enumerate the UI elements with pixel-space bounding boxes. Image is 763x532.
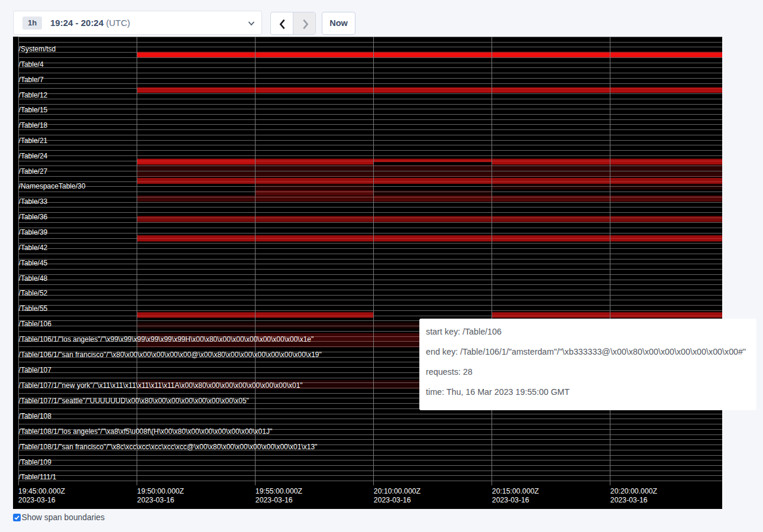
svg-text:/Table/109: /Table/109 [18,458,51,466]
svg-text:/Table/36: /Table/36 [18,213,47,221]
svg-text:/Table/15: /Table/15 [18,106,47,114]
svg-text:/Table/21: /Table/21 [18,137,47,145]
svg-text:/Table/107/1/"seattle"/"UUUUUU: /Table/107/1/"seattle"/"UUUUUUD\x00\x80\… [18,397,248,405]
svg-text:/Table/107: /Table/107 [18,366,51,374]
svg-text:/Table/108: /Table/108 [18,412,51,420]
svg-text:/Table/39: /Table/39 [18,228,47,236]
svg-text:19:45:00.000Z: 19:45:00.000Z [18,487,65,495]
svg-text:19:50:00.000Z: 19:50:00.000Z [137,487,184,495]
svg-text:/Table/12: /Table/12 [18,91,47,99]
svg-text:/Table/7: /Table/7 [18,76,43,84]
svg-text:/Table/108/1/"los angeles"/"\x: /Table/108/1/"los angeles"/"\xa8\xf5\u00… [18,427,272,436]
svg-text:/Table/55: /Table/55 [18,304,47,313]
svg-text:/Table/18: /Table/18 [18,121,47,129]
svg-text:/Table/106/1/"san francisco"/": /Table/106/1/"san francisco"/"\x80\x00\x… [18,351,321,359]
svg-text:2023-03-16: 2023-03-16 [137,496,174,504]
svg-text:2023-03-16: 2023-03-16 [255,496,292,504]
svg-text:19:55:00.000Z: 19:55:00.000Z [255,487,302,495]
svg-text:20:15:00.000Z: 20:15:00.000Z [492,487,539,495]
svg-text:/Table/108/1/"san francisco"/": /Table/108/1/"san francisco"/"\x8c\xcc\x… [18,443,317,451]
svg-text:/Table/4: /Table/4 [18,60,43,69]
svg-text:/Table/111/1: /Table/111/1 [18,473,56,481]
svg-text:/Table/52: /Table/52 [18,289,47,297]
svg-text:/Table/24: /Table/24 [18,152,47,160]
svg-text:/Table/107/1/"new york"/"\x11\: /Table/107/1/"new york"/"\x11\x11\x11\x1… [18,381,302,390]
svg-text:20:10:00.000Z: 20:10:00.000Z [373,487,421,495]
svg-text:2023-03-16: 2023-03-16 [610,496,647,504]
svg-text:2023-03-16: 2023-03-16 [373,496,410,504]
svg-text:/Table/33: /Table/33 [18,197,47,206]
svg-text:/NamespaceTable/30: /NamespaceTable/30 [18,182,85,190]
svg-text:20:20:00.000Z: 20:20:00.000Z [610,487,657,495]
svg-text:/System/tsd: /System/tsd [18,45,56,53]
svg-text:/Table/45: /Table/45 [18,259,47,267]
svg-text:/Table/42: /Table/42 [18,244,47,252]
svg-text:/Table/27: /Table/27 [18,167,47,176]
svg-text:2023-03-16: 2023-03-16 [18,496,55,504]
svg-text:2023-03-16: 2023-03-16 [492,496,529,504]
svg-text:/Table/106/1/"los angeles"/"\x: /Table/106/1/"los angeles"/"\x99\x99\x99… [18,335,313,343]
svg-text:/Table/106: /Table/106 [18,320,51,328]
svg-text:/Table/48: /Table/48 [18,274,47,283]
